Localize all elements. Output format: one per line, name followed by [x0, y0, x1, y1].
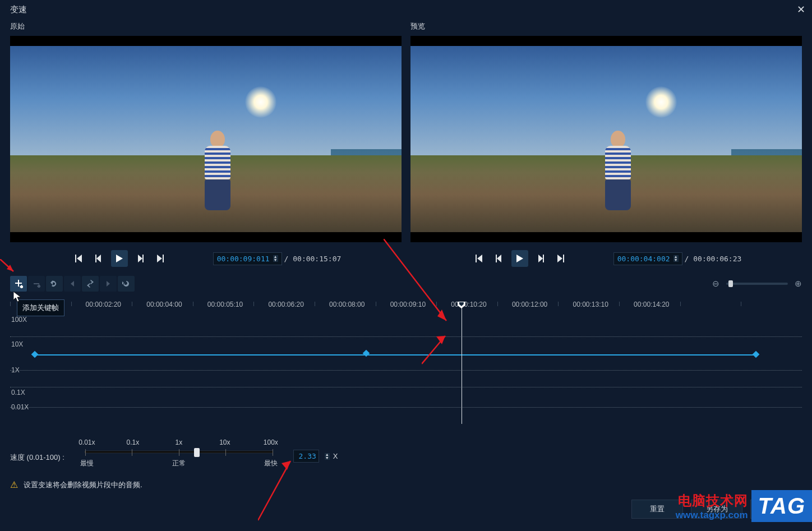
- svg-rect-0: [20, 285, 23, 288]
- warning-icon: ⚠: [10, 479, 18, 490]
- tc-down-icon[interactable]: ▼: [673, 258, 679, 262]
- ruler-tick: 00:00:08:00: [329, 301, 365, 308]
- speed-value-input[interactable]: 2.33: [293, 450, 319, 463]
- go-end-button[interactable]: [153, 252, 168, 265]
- speed-slider[interactable]: [85, 451, 273, 453]
- go-end-button[interactable]: [553, 252, 569, 265]
- original-duration: / 00:00:15:07: [284, 255, 342, 263]
- ruler-tick: 00:00:06:20: [268, 301, 303, 308]
- ruler-tick: 00:00:09:10: [390, 301, 426, 308]
- timeline-ruler[interactable]: 00:00:01:10 00:00:02:20 00:00:04:00 00:0…: [10, 302, 802, 315]
- keyframe-dot[interactable]: [753, 351, 760, 358]
- original-video[interactable]: [10, 36, 402, 242]
- speed-graph[interactable]: 100X 10X 1X 0.1X 0.01X: [10, 318, 802, 418]
- zoom-slider[interactable]: [726, 283, 788, 285]
- reverse-keyframe-button[interactable]: [46, 276, 63, 292]
- slider-tick: 0.1x: [122, 438, 144, 446]
- original-timecode-input[interactable]: 00:00:09:011▲▼: [213, 252, 282, 265]
- play-button[interactable]: [511, 250, 528, 267]
- ruler-tick: 00:00:10:20: [451, 301, 486, 308]
- slider-tick: 100x: [260, 438, 282, 446]
- next-frame-button[interactable]: [132, 252, 148, 265]
- preview-label: 预览: [410, 21, 802, 31]
- speed-down-icon[interactable]: ▼: [325, 456, 330, 460]
- preview-video[interactable]: [410, 36, 802, 242]
- cursor-icon: [13, 292, 22, 303]
- play-button[interactable]: [111, 250, 128, 267]
- slider-thumb[interactable]: [194, 448, 200, 457]
- keyframe-dot[interactable]: [363, 350, 370, 357]
- speed-curve[interactable]: [35, 354, 756, 355]
- speed-unit: X: [333, 452, 338, 460]
- tc-down-icon[interactable]: ▼: [273, 258, 278, 262]
- add-keyframe-button[interactable]: [10, 276, 27, 292]
- preview-timecode-input[interactable]: 00:00:04:002▲▼: [613, 252, 682, 265]
- slowest-label: 最慢: [80, 459, 94, 468]
- keyframe-dot[interactable]: [31, 351, 39, 358]
- ruler-tick: 00:00:05:10: [207, 301, 243, 308]
- ruler-tick: 00:00:04:00: [146, 301, 182, 308]
- watermark: 电脑技术网 www.tagxp.com TAG: [676, 490, 812, 522]
- tooltip-add-keyframe: 添加关键帧: [17, 299, 64, 316]
- ruler-tick: 00:00:02:20: [86, 301, 121, 308]
- go-start-button[interactable]: [71, 252, 86, 265]
- speed-label: 速度 (0.01-100) :: [10, 452, 64, 468]
- ruler-tick: 00:00:14:20: [634, 301, 669, 308]
- normal-label: 正常: [172, 459, 186, 468]
- preview-duration: / 00:00:06:23: [685, 255, 742, 263]
- next-keyframe-button[interactable]: [100, 276, 117, 292]
- original-label: 原始: [10, 21, 402, 31]
- prev-frame-button[interactable]: [91, 252, 107, 265]
- y-axis-0.1x: 0.1X: [11, 389, 25, 396]
- svg-rect-2: [37, 284, 40, 288]
- window-title: 变速: [10, 4, 27, 15]
- svg-rect-1: [34, 283, 39, 284]
- zoom-in-icon[interactable]: ⊕: [795, 279, 802, 289]
- y-axis-0.01x: 0.01X: [11, 403, 29, 411]
- slider-tick: 1x: [168, 438, 190, 446]
- fastest-label: 最快: [264, 459, 278, 468]
- y-axis-10x: 10X: [11, 340, 23, 348]
- slider-tick: 0.01x: [76, 438, 98, 446]
- y-axis-100x: 100X: [11, 316, 27, 324]
- reset-keyframes-button[interactable]: [118, 276, 135, 292]
- go-start-button[interactable]: [471, 252, 487, 265]
- swap-keyframe-button[interactable]: [82, 276, 99, 292]
- remove-keyframe-button[interactable]: [28, 276, 45, 292]
- zoom-out-icon[interactable]: ⊖: [712, 279, 719, 289]
- playhead[interactable]: [462, 302, 462, 424]
- next-frame-button[interactable]: [533, 252, 548, 265]
- close-button[interactable]: ✕: [797, 3, 805, 16]
- prev-keyframe-button[interactable]: [64, 276, 81, 292]
- ruler-tick: 00:00:12:00: [512, 301, 547, 308]
- warning-text: 设置变速将会删除视频片段中的音频.: [24, 480, 142, 490]
- slider-tick: 10x: [214, 438, 236, 446]
- y-axis-1x: 1X: [11, 366, 20, 374]
- prev-frame-button[interactable]: [491, 252, 507, 265]
- ruler-tick: 00:00:13:10: [573, 301, 608, 308]
